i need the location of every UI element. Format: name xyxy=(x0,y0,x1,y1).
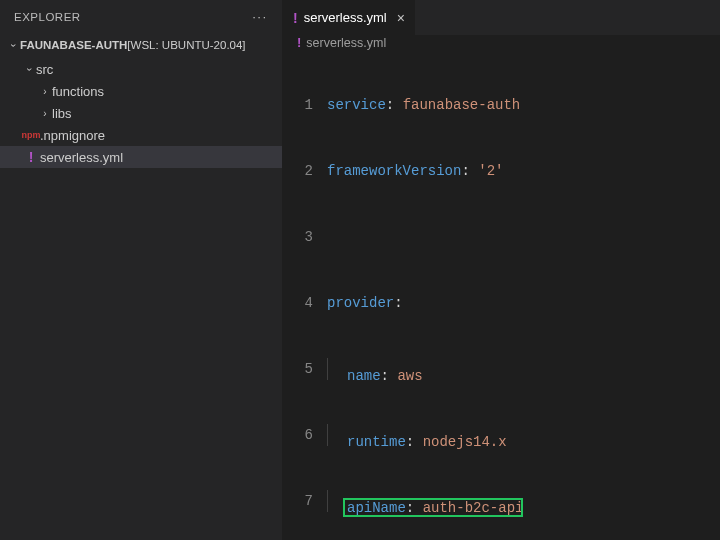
explorer-title: EXPLORER xyxy=(14,11,81,23)
tab-bar: ! serverless.yml × xyxy=(283,0,720,35)
folder-libs[interactable]: › libs xyxy=(0,102,282,124)
breadcrumb[interactable]: ! serverless.yml xyxy=(283,35,720,50)
yaml-icon: ! xyxy=(293,10,298,26)
breadcrumb-label: serverless.yml xyxy=(306,36,386,50)
folder-label: libs xyxy=(52,106,72,121)
tab-label: serverless.yml xyxy=(304,10,387,25)
code-content[interactable]: service: faunabase-auth frameworkVersion… xyxy=(327,50,720,540)
yaml-icon: ! xyxy=(297,35,301,50)
chevron-down-icon: › xyxy=(24,62,35,76)
folder-label: src xyxy=(36,62,53,77)
line-gutter: 1 2 3 4 5 6 7 8 9 10 11 12 13 14 15 xyxy=(283,50,327,540)
file-label: serverless.yml xyxy=(40,150,123,165)
chevron-right-icon: › xyxy=(38,86,52,97)
file-label: .npmignore xyxy=(40,128,105,143)
close-icon[interactable]: × xyxy=(397,10,405,26)
workspace-name: FAUNABASE-AUTH xyxy=(20,39,127,51)
chevron-right-icon: › xyxy=(38,108,52,119)
code-editor[interactable]: 1 2 3 4 5 6 7 8 9 10 11 12 13 14 15 serv… xyxy=(283,50,720,540)
yaml-icon: ! xyxy=(22,149,40,165)
explorer-panel: EXPLORER ··· › FAUNABASE-AUTH [WSL: UBUN… xyxy=(0,0,282,540)
chevron-down-icon: › xyxy=(8,38,19,52)
folder-label: functions xyxy=(52,84,104,99)
explorer-header: EXPLORER ··· xyxy=(0,0,282,34)
npm-icon: npm xyxy=(22,130,40,140)
folder-functions[interactable]: › functions xyxy=(0,80,282,102)
more-icon[interactable]: ··· xyxy=(252,11,268,23)
folder-src[interactable]: › src xyxy=(0,58,282,80)
editor-pane: ! serverless.yml × ! serverless.yml 1 2 … xyxy=(282,0,720,540)
tab-serverless-yml[interactable]: ! serverless.yml × xyxy=(283,0,416,35)
workspace-root[interactable]: › FAUNABASE-AUTH [WSL: UBUNTU-20.04] xyxy=(0,34,282,56)
file-npmignore[interactable]: npm .npmignore xyxy=(0,124,282,146)
file-serverless-yml[interactable]: ! serverless.yml xyxy=(0,146,282,168)
highlighted-line: apiName: auth-b2c-api xyxy=(327,490,720,512)
workspace-sub: [WSL: UBUNTU-20.04] xyxy=(127,39,245,51)
file-tree: › src › functions › libs npm .npmignore … xyxy=(0,56,282,168)
